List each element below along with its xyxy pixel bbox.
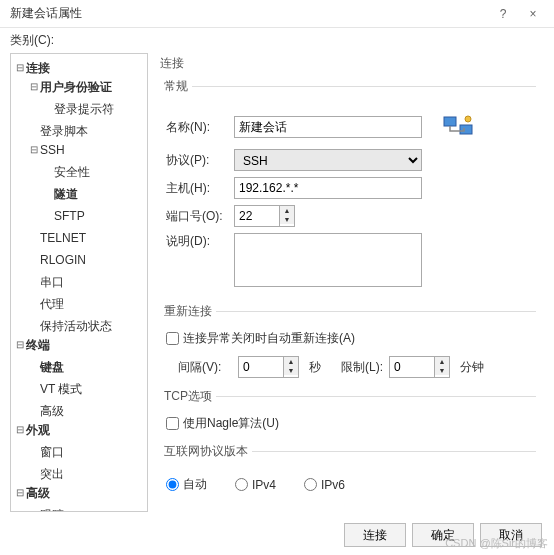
port-spinner[interactable]: ▲▼: [234, 205, 295, 227]
tree-trace[interactable]: 跟踪: [29, 506, 64, 512]
port-down[interactable]: ▼: [280, 215, 294, 224]
tree-sftp[interactable]: SFTP: [43, 207, 85, 225]
interval-label: 间隔(V):: [178, 359, 232, 376]
tree-vtmode[interactable]: VT 模式: [29, 380, 82, 398]
ip-auto[interactable]: 自动: [166, 476, 207, 493]
port-input[interactable]: [234, 205, 280, 227]
host-label: 主机(H):: [160, 180, 234, 197]
tree-terminal[interactable]: ⊟终端: [15, 336, 50, 354]
tree-adv[interactable]: 高级: [29, 402, 64, 420]
tree-keyboard[interactable]: 键盘: [29, 358, 64, 376]
tree-proxy[interactable]: 代理: [29, 295, 64, 313]
port-label: 端口号(O):: [160, 208, 234, 225]
reconnect-group: 重新连接 连接异常关闭时自动重新连接(A) 间隔(V): ▲▼ 秒 限制(L):…: [160, 303, 536, 378]
ip-v6[interactable]: IPv6: [304, 478, 345, 492]
port-up[interactable]: ▲: [280, 206, 294, 215]
limit-input[interactable]: [389, 356, 435, 378]
tree-advanced[interactable]: ⊟高级: [15, 484, 50, 502]
window-title: 新建会话属性: [10, 5, 488, 22]
name-input[interactable]: [234, 116, 422, 138]
limit-spinner[interactable]: ▲▼: [389, 356, 450, 378]
desc-label: 说明(D):: [160, 233, 234, 250]
svg-rect-0: [444, 117, 456, 126]
limit-unit: 分钟: [460, 359, 484, 376]
name-label: 名称(N):: [160, 119, 234, 136]
title-bar: 新建会话属性 ? ×: [0, 0, 554, 28]
tree-appearance[interactable]: ⊟外观: [15, 421, 50, 439]
network-icon: [442, 111, 474, 143]
proto-select[interactable]: SSH: [234, 149, 422, 171]
content-panel: 连接 常规 名称(N): 协议(P): SSH 主机(H): 端口号(O): ▲…: [154, 51, 554, 512]
panel-title: 连接: [160, 55, 536, 72]
general-legend: 常规: [160, 78, 192, 95]
svg-point-2: [465, 116, 471, 122]
tree-auth[interactable]: ⊟用户身份验证: [29, 78, 112, 96]
interval-input[interactable]: [238, 356, 284, 378]
tree-login-script[interactable]: 登录脚本: [29, 122, 88, 140]
general-group: 常规 名称(N): 协议(P): SSH 主机(H): 端口号(O): ▲▼: [160, 78, 536, 293]
tree-rlogin[interactable]: RLOGIN: [29, 251, 86, 269]
ipver-group: 互联网协议版本 自动 IPv4 IPv6: [160, 443, 536, 493]
ipver-legend: 互联网协议版本: [160, 443, 252, 460]
tree-telnet[interactable]: TELNET: [29, 229, 86, 247]
category-label: 类别(C):: [0, 28, 554, 51]
host-input[interactable]: [234, 177, 422, 199]
tree-security[interactable]: 安全性: [43, 163, 90, 181]
connect-button[interactable]: 连接: [344, 523, 406, 547]
ok-button[interactable]: 确定: [412, 523, 474, 547]
tree-serial[interactable]: 串口: [29, 273, 64, 291]
nagle-checkbox[interactable]: 使用Nagle算法(U): [166, 415, 279, 432]
tcp-group: TCP选项 使用Nagle算法(U): [160, 388, 536, 433]
tree-window[interactable]: 窗口: [29, 443, 64, 461]
close-button[interactable]: ×: [518, 4, 548, 24]
desc-textarea[interactable]: [234, 233, 422, 287]
limit-label: 限制(L):: [341, 359, 383, 376]
tree-highlight[interactable]: 突出: [29, 465, 64, 483]
interval-spinner[interactable]: ▲▼: [238, 356, 299, 378]
proto-label: 协议(P):: [160, 152, 234, 169]
svg-rect-1: [460, 125, 472, 134]
ip-v4[interactable]: IPv4: [235, 478, 276, 492]
cancel-button[interactable]: 取消: [480, 523, 542, 547]
tcp-legend: TCP选项: [160, 388, 216, 405]
reconnect-legend: 重新连接: [160, 303, 216, 320]
tree-keepalive[interactable]: 保持活动状态: [29, 317, 112, 335]
tree-login-prompt[interactable]: 登录提示符: [43, 100, 114, 118]
tree-connection[interactable]: ⊟连接: [15, 59, 50, 77]
interval-unit: 秒: [309, 359, 321, 376]
tree-ssh[interactable]: ⊟SSH: [29, 141, 65, 159]
reconnect-checkbox[interactable]: 连接异常关闭时自动重新连接(A): [166, 330, 355, 347]
help-button[interactable]: ?: [488, 4, 518, 24]
category-tree[interactable]: ⊟连接 ⊟用户身份验证 登录提示符 登录脚本 ⊟SSH 安全性 隧道 SFTP …: [10, 53, 148, 512]
dialog-footer: 连接 确定 取消: [344, 523, 542, 547]
tree-tunnel[interactable]: 隧道: [43, 185, 78, 203]
